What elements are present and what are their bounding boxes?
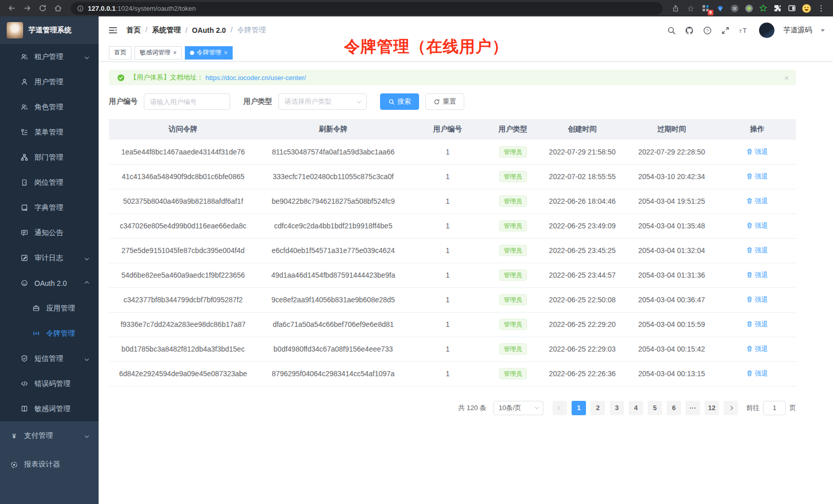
breadcrumb-item[interactable]: 系统管理 <box>141 26 181 35</box>
sidebar-item[interactable]: OAuth 2.0 <box>0 270 99 296</box>
sidebar-item[interactable]: 错误码管理 <box>0 371 99 396</box>
forward-icon[interactable] <box>21 2 34 15</box>
sidebar-item[interactable]: 审计日志 <box>0 245 99 270</box>
search-icon[interactable] <box>666 25 676 35</box>
command-extension-icon[interactable]: ⌘ <box>728 2 741 14</box>
dict-icon <box>21 204 28 211</box>
user-type-cell: 管理员 <box>486 189 540 214</box>
close-icon[interactable]: × <box>784 73 789 82</box>
sidebar-item[interactable]: A 令牌管理 <box>0 321 99 346</box>
sidebar-item[interactable]: 字典管理 <box>0 195 99 220</box>
font-size-icon[interactable]: TT <box>738 25 748 35</box>
sidebar-item[interactable]: 敏感词管理 <box>0 396 99 421</box>
sidebar-item[interactable]: 用户管理 <box>0 69 99 94</box>
force-logout-button[interactable]: 强退 <box>746 270 768 280</box>
prev-page-button[interactable] <box>553 401 567 415</box>
page-button[interactable]: 4 <box>629 401 643 415</box>
page-button[interactable]: 6 <box>667 401 681 415</box>
sms-icon <box>21 355 28 362</box>
force-logout-button[interactable]: 强退 <box>746 320 768 329</box>
breadcrumb-item[interactable]: 首页 <box>126 26 141 35</box>
user-id-cell: 1 <box>409 189 486 214</box>
search-button[interactable]: 搜索 <box>380 93 419 110</box>
breadcrumb-item[interactable]: 令牌管理 <box>226 26 266 35</box>
report-icon <box>10 461 18 469</box>
back-icon[interactable] <box>5 2 18 15</box>
username[interactable]: 芋道源码 <box>783 26 812 35</box>
sidebar-item[interactable]: 角色管理 <box>0 94 99 120</box>
close-icon[interactable]: × <box>224 50 228 56</box>
user-type-badge: 管理员 <box>499 343 527 355</box>
sidebar-item[interactable]: 短信管理 <box>0 346 99 371</box>
column-header: 访问令牌 <box>109 119 257 140</box>
dot-extension-icon[interactable] <box>743 2 755 14</box>
extensions-puzzle-icon[interactable] <box>771 2 784 14</box>
fullscreen-icon[interactable] <box>720 25 730 35</box>
github-icon[interactable] <box>684 25 694 35</box>
split-view-icon[interactable] <box>786 2 798 14</box>
sidebar-item[interactable]: 应用管理 <box>0 296 99 321</box>
user-type-cell: 管理员 <box>486 312 540 337</box>
force-logout-button[interactable]: 强退 <box>746 246 768 255</box>
force-logout-button[interactable]: 强退 <box>746 221 768 230</box>
help-icon[interactable]: ? <box>702 25 712 35</box>
sidebar-item[interactable]: ¥ 支付管理 <box>0 421 99 450</box>
user-dropdown-caret-icon[interactable] <box>821 29 825 32</box>
sidebar-toggle-icon[interactable] <box>108 25 118 35</box>
sidebar-item[interactable]: 报表设计器 <box>0 450 99 479</box>
bookmark-star-icon[interactable]: ☆ <box>684 2 697 15</box>
share-icon[interactable] <box>669 2 682 15</box>
tab[interactable]: 首页 <box>109 46 131 60</box>
force-logout-button[interactable]: 强退 <box>746 172 768 181</box>
app-icon <box>32 304 40 312</box>
sidebar-logo-row[interactable]: 芋道管理系统 <box>0 16 99 44</box>
user-id-cell: 1 <box>409 287 486 312</box>
next-page-button[interactable] <box>724 401 738 415</box>
home-icon[interactable] <box>51 2 65 15</box>
profile-avatar-icon[interactable] <box>800 2 812 14</box>
force-logout-button[interactable]: 强退 <box>746 369 768 378</box>
user-type-badge: 管理员 <box>499 294 527 305</box>
page-button[interactable]: 1 <box>572 401 586 415</box>
created-time-cell: 2022-06-25 22:29:20 <box>540 312 625 337</box>
site-info-icon[interactable] <box>77 5 84 12</box>
page-size-select[interactable]: 10条/页 <box>494 401 543 415</box>
page-button[interactable]: 2 <box>591 401 605 415</box>
created-time-cell: 2022-06-25 23:49:09 <box>540 214 625 238</box>
sidebar-item[interactable]: 租户管理 <box>0 44 99 69</box>
address-bar[interactable]: 127.0.0.1:1024/system/oauth2/token <box>71 2 662 15</box>
close-icon[interactable]: × <box>173 50 177 56</box>
user-id-input[interactable] <box>144 93 230 110</box>
tab[interactable]: 敏感词管理 × <box>135 46 182 60</box>
refresh-token-cell: 8796295f04064c2983414cc54af1097a <box>257 361 409 386</box>
force-logout-button[interactable]: 强退 <box>746 344 768 354</box>
doc-link[interactable]: https://doc.iocoder.cn/user-center/ <box>205 74 306 82</box>
code-icon <box>21 380 28 387</box>
user-id-cell: 1 <box>409 214 486 238</box>
user-type-select[interactable]: 请选择用户类型 <box>278 93 367 110</box>
reset-button[interactable]: 重置 <box>425 93 464 110</box>
browser-menu-icon[interactable]: ⋮ <box>815 2 828 15</box>
goto-page-input[interactable] <box>763 401 786 415</box>
star-extension-icon[interactable] <box>757 2 769 14</box>
gem-extension-icon[interactable] <box>714 2 726 14</box>
breadcrumb-item[interactable]: OAuth 2.0 <box>181 26 226 34</box>
page-button[interactable]: 3 <box>610 401 624 415</box>
force-logout-button[interactable]: 强退 <box>746 147 768 157</box>
reload-icon[interactable] <box>36 2 49 15</box>
tab[interactable]: 令牌管理 × <box>185 46 233 60</box>
page-button[interactable]: 12 <box>705 401 719 415</box>
user-icon <box>21 78 28 86</box>
sidebar-item[interactable]: 部门管理 <box>0 145 99 170</box>
user-avatar[interactable] <box>759 23 774 38</box>
sidebar-item-label: OAuth 2.0 <box>34 279 67 287</box>
extension-grid-icon[interactable]: 9 <box>699 2 712 14</box>
sidebar-item[interactable]: 岗位管理 <box>0 170 99 195</box>
sidebar-item[interactable]: 通知公告 <box>0 220 99 245</box>
page-button[interactable]: 5 <box>648 401 662 415</box>
sidebar-item[interactable]: 菜单管理 <box>0 120 99 145</box>
page-button[interactable]: ··· <box>686 401 700 415</box>
force-logout-button[interactable]: 强退 <box>746 295 768 304</box>
expire-time-cell: 2054-03-04 00:15:59 <box>625 312 718 337</box>
force-logout-button[interactable]: 强退 <box>746 197 768 206</box>
